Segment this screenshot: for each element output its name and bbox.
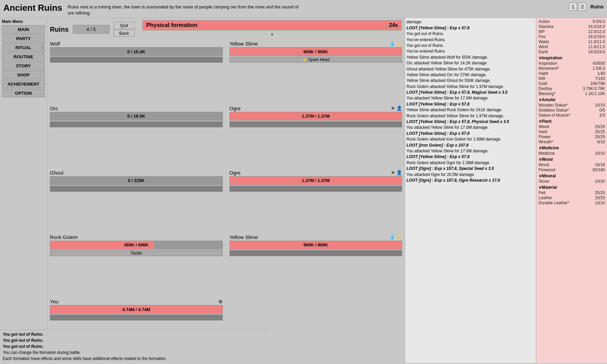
unit-ghoul-name: Ghoul	[50, 170, 63, 176]
unit-wolf-hp: 0 / 15.2K	[50, 47, 223, 56]
section-item-row: Will7/163	[539, 76, 605, 81]
section-item-row: Firewood60/160	[539, 168, 605, 172]
stat-value: 9.0/9.0	[593, 19, 605, 24]
unit-wolf: Wolf 0 / 15.2K	[50, 41, 223, 103]
water-drop-icon2: 💧	[389, 234, 395, 240]
section-item-row: Flower25/25	[539, 134, 605, 139]
unit-you-icons: ⚙	[218, 299, 223, 304]
bottom-log-line3: You got out of Ruins.	[47, 343, 264, 350]
section-header[interactable]: ∨Material	[539, 185, 605, 190]
unit-you-name: You	[50, 299, 58, 304]
unit-you-sub	[50, 314, 223, 321]
unit-rockgolem-name: Rock Golem	[50, 234, 78, 240]
formation-arrow: v	[142, 32, 402, 37]
sidebar-item-option[interactable]: OPTION	[2, 89, 45, 97]
log-entry: Rock Golem attacked Yellow Slime for 1.9…	[406, 84, 535, 90]
sidebar-item-routine[interactable]: ROUTINE	[2, 53, 45, 61]
unit-ogre1-hp: 1.37M / 1.37M	[230, 112, 402, 121]
section-item-row: Wreath*6/10	[539, 140, 605, 144]
unit-rockgolem-hp: 365K / 606K	[50, 241, 223, 249]
unit-yellowslime1-name: Yellow Slime	[230, 41, 258, 47]
section-item-value: 240/786	[590, 81, 605, 86]
sidebar: Main Menu MAIN PARTY RITUAL ! ROUTINE ST…	[0, 18, 47, 363]
section-item-name: Pelt	[539, 190, 546, 195]
unit-ghoul: Ghoul 0 / 225K	[50, 170, 223, 232]
stat-name: Wind	[539, 44, 548, 49]
section-item-value: 7/163	[595, 76, 605, 81]
section-item-value: 25/25	[595, 195, 605, 200]
log-entry: You got out of Ruins.	[406, 31, 535, 37]
section-header[interactable]: ∨Mineral	[539, 174, 605, 178]
stat-row: Earth19.0/19.0	[539, 50, 605, 54]
section-item-value: 1/40	[597, 71, 605, 76]
header-page-nums: 1 2 Ruins	[569, 3, 604, 11]
section-header[interactable]: ∨Medicine	[539, 146, 605, 150]
battle-progress: 4 / 5	[73, 25, 110, 34]
log-entry: You attacked Yellow Slime for 17.0M dama…	[406, 148, 535, 154]
section-item-name: Movement*	[539, 66, 559, 71]
section-item-value: 25/25	[595, 124, 605, 129]
log-entry: Rock Golem attacked Yellow Slime for 1.9…	[406, 113, 535, 119]
page-num-2[interactable]: 2	[578, 3, 586, 11]
section-item-value: 10/20	[595, 179, 605, 184]
log-entry: LOOT [Ogre] : Exp x 157.8, Ogre Research…	[406, 178, 535, 183]
spark-head-label: ⚡ Spark Head	[302, 57, 330, 62]
sidebar-item-party[interactable]: PARTY	[2, 34, 45, 43]
unit-rockgolem-sub: Tackle	[50, 250, 223, 256]
water-drop-icon: 💧	[389, 41, 395, 47]
battle-header: Ruins 4 / 5 Quit Back Physical formation…	[50, 20, 402, 39]
sidebar-item-achievement[interactable]: ACHIEVEMENT	[2, 80, 45, 88]
section-item-name: Weed	[539, 124, 549, 129]
section-item-value: 0/5	[599, 108, 605, 113]
sidebar-item-shop[interactable]: SHOP	[2, 71, 45, 79]
section-item-name: Wood	[539, 162, 549, 167]
section-item-row: Blessing*1.1K/1.10K	[539, 91, 605, 96]
unit-wolf-sub	[50, 57, 223, 63]
log-entry: LOOT [Yellow Slime] : Exp x 57.8	[406, 101, 535, 107]
sidebar-item-ritual[interactable]: RITUAL !	[2, 43, 45, 52]
sidebar-menu-label: Main Menu	[2, 19, 45, 24]
log-entry: LOOT [Yellow Slime] : Exp x 57.8	[406, 154, 535, 160]
back-button[interactable]: Back	[114, 30, 135, 37]
section-header[interactable]: ∨Amulet	[539, 97, 605, 102]
formation-bar: Physical formation 24s	[142, 20, 402, 31]
sidebar-item-main[interactable]: MAIN	[2, 25, 45, 34]
unit-wolf-name: Wolf	[50, 41, 60, 47]
unit-ogre2-icons: ✕ 👤	[391, 170, 402, 175]
unit-yellowslime2-name: Yellow Slime	[230, 234, 258, 240]
settings-icon[interactable]: ⚙	[218, 299, 223, 304]
section-header[interactable]: ∨Plant	[539, 119, 605, 124]
section-item-name: Destiny	[539, 86, 552, 91]
section-item-row: Medicine10/10	[539, 151, 605, 156]
section-item-value: 3.79K/3.79K	[583, 86, 605, 91]
stat-row: Stamina16.0/16.0	[539, 24, 605, 29]
log-area[interactable]: damage.LOOT [Yellow Slime] : Exp x 57.8Y…	[405, 18, 536, 363]
sidebar-item-story[interactable]: STORY	[2, 62, 45, 70]
unit-wolf-name-row: Wolf	[50, 41, 223, 47]
section-item-row: Inspiration43/650	[539, 61, 605, 66]
unit-yellowslime2-name-row: Yellow Slime 💧 ⚡	[230, 234, 402, 240]
log-entry: You got out of Ruins.	[406, 43, 535, 49]
unit-yellowslime2-hp: 900K / 900K	[230, 241, 402, 249]
unit-orc-name: Orc	[50, 105, 58, 111]
stat-value: 18.0/18.0	[588, 34, 605, 39]
quit-button[interactable]: Quit	[114, 22, 135, 29]
stat-row: Action9.0/9.0	[539, 19, 605, 24]
stat-value: 11.0/11.0	[588, 39, 605, 44]
log-entry: You attacked Yellow Slime for 17.0M dama…	[406, 95, 535, 101]
section-item-row: Movement*1.5/6.0	[539, 66, 605, 71]
unit-ghoul-name-row: Ghoul	[50, 170, 223, 176]
section-item-name: Herb	[539, 129, 547, 134]
right-panel: Action9.0/9.0Stamina16.0/16.0MP12.0/12.0…	[536, 18, 607, 363]
page-num-1[interactable]: 1	[569, 3, 577, 11]
section-header[interactable]: ∨Inspiration	[539, 56, 605, 60]
unit-ogre1-icons: ✕ 👤	[391, 105, 402, 111]
unit-orc-name-row: Orc	[50, 105, 223, 111]
log-entry: Yellow Slime attacked Orc for 276K damag…	[406, 72, 535, 78]
bottom-log-line2: You got out of Ruins.	[47, 337, 264, 343]
section-header[interactable]: ∨Wood	[539, 157, 605, 162]
log-entry: LOOT [Yellow Slime] : Exp x 57.8	[406, 131, 535, 136]
section-item-row: Pelt25/25	[539, 190, 605, 195]
unit-yellowslime2-sub	[230, 250, 402, 256]
section-item-row: Stone10/20	[539, 179, 605, 184]
